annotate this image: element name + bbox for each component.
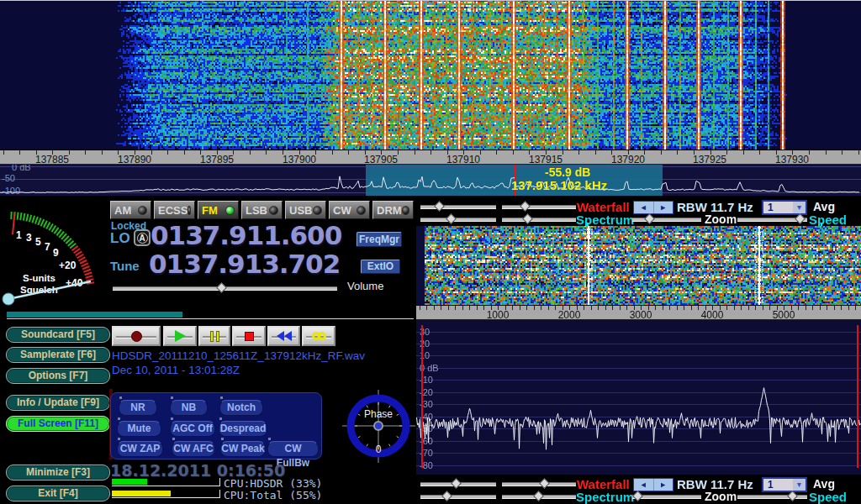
cw-peak-button[interactable]: CW Peak xyxy=(220,441,266,457)
spectrum-range-slider-top[interactable] xyxy=(420,214,496,225)
nr-button[interactable]: NR xyxy=(119,400,157,416)
scale-tick xyxy=(669,306,670,310)
smeter-tick: 1 xyxy=(16,229,22,241)
scale-tick xyxy=(332,150,333,155)
rf-spectrum-strip[interactable]: 0 dB -50 -100 -55.9 dB 137.915.102 kHz xyxy=(0,165,861,196)
mute-button[interactable]: Mute xyxy=(117,421,161,437)
loop-button[interactable] xyxy=(302,326,335,346)
scale-tick xyxy=(85,150,86,155)
spin-left-icon[interactable]: ◄ xyxy=(634,202,653,213)
waterfall-contrast-slider-bottom[interactable] xyxy=(502,479,576,490)
waterfall-brightness-slider-bottom[interactable] xyxy=(420,479,496,490)
chevron-down-icon[interactable]: ▾ xyxy=(793,202,806,213)
slider-thumb[interactable] xyxy=(434,201,445,212)
notch-button[interactable]: Notch xyxy=(219,400,263,416)
slider-thumb[interactable] xyxy=(446,213,457,224)
audio-frequency-scale[interactable]: 1000 2000 3000 4000 5000 xyxy=(416,305,861,320)
mode-fm[interactable]: FM xyxy=(198,201,239,219)
spectrum-offset-slider-bottom[interactable] xyxy=(502,491,576,502)
scale-tick xyxy=(135,150,135,155)
soundcard-button[interactable]: Soundcard [F5] xyxy=(6,327,110,343)
scale-tick xyxy=(648,306,649,310)
mode-drm[interactable]: DRM xyxy=(372,201,414,219)
agc-button[interactable]: AGC Off xyxy=(170,421,215,437)
record-button[interactable] xyxy=(112,326,161,346)
minimize-button[interactable]: Minimize [F3] xyxy=(6,465,110,480)
extio-button[interactable]: ExtIO xyxy=(361,260,400,274)
rbw-spinner-top[interactable]: ◄► xyxy=(633,201,673,214)
slider-thumb[interactable] xyxy=(520,201,531,212)
cw-zap-button[interactable]: CW ZAP xyxy=(117,441,163,457)
cw-fullbw-button[interactable]: CW FullBw xyxy=(267,441,319,457)
scale-tick xyxy=(348,150,349,155)
spin-right-icon[interactable]: ► xyxy=(653,479,673,491)
rf-frequency-scale[interactable]: 137885 137890 137895 137900 137905 13791… xyxy=(0,150,861,165)
slider-thumb[interactable] xyxy=(795,213,806,224)
cpu-total-bar xyxy=(112,490,220,498)
slider-thumb[interactable] xyxy=(787,491,798,501)
play-button[interactable] xyxy=(163,326,197,346)
scale-tick xyxy=(555,306,556,310)
scale-tick xyxy=(611,150,612,155)
slider-thumb[interactable] xyxy=(451,478,462,489)
rbw-spinner-bottom[interactable]: ◄► xyxy=(633,478,673,491)
slider-thumb[interactable] xyxy=(632,491,643,501)
lo-auto-button[interactable]: A xyxy=(134,229,151,246)
audio-waterfall[interactable] xyxy=(416,226,861,305)
avg-select-bottom[interactable]: 1▾ xyxy=(762,477,807,492)
slider-thumb[interactable] xyxy=(533,491,544,501)
avg-select-top[interactable]: 1▾ xyxy=(762,200,807,215)
mode-am[interactable]: AM xyxy=(110,201,151,219)
stop-icon xyxy=(245,332,254,341)
slider-thumb[interactable] xyxy=(539,478,550,489)
nb-button[interactable]: NB xyxy=(170,400,208,416)
volume-slider[interactable] xyxy=(113,283,337,294)
mode-cw[interactable]: CW xyxy=(329,201,370,219)
mode-lsb[interactable]: LSB xyxy=(241,201,283,219)
spectrum-range-slider-bottom[interactable] xyxy=(420,491,496,502)
freq-tick-label: 137915 xyxy=(529,154,563,165)
mode-ecss[interactable]: ECSS xyxy=(154,201,195,219)
scale-tick xyxy=(812,306,813,310)
scale-tick xyxy=(381,150,382,155)
scale-tick xyxy=(763,306,763,310)
options-button[interactable]: Options [F7] xyxy=(6,368,110,384)
despread-button[interactable]: Despread xyxy=(219,421,267,437)
stop-button[interactable] xyxy=(232,326,266,346)
full-screen-button[interactable]: Full Screen [F11] xyxy=(6,416,110,432)
scale-tick xyxy=(827,306,827,310)
freqmgr-button[interactable]: FreqMgr xyxy=(357,232,402,247)
slider-thumb[interactable] xyxy=(523,213,534,224)
freq-tick-label: 137885 xyxy=(35,154,69,165)
samplerate-button[interactable]: Samplerate [F6] xyxy=(6,347,110,363)
exit-button[interactable]: Exit [F4] xyxy=(6,486,110,501)
info-update-button[interactable]: Info / Update [F9] xyxy=(6,395,110,411)
spectrum-offset-slider-top[interactable] xyxy=(502,214,576,225)
zoom-slider-top[interactable] xyxy=(632,214,701,225)
scale-tick xyxy=(694,150,695,155)
pause-button[interactable] xyxy=(198,326,230,346)
smeter-knob[interactable] xyxy=(3,293,14,305)
squelch-level-bar[interactable] xyxy=(7,312,182,318)
mode-usb[interactable]: USB xyxy=(285,201,326,219)
chevron-down-icon[interactable]: ▾ xyxy=(793,479,806,491)
speed-slider-top[interactable] xyxy=(737,214,807,225)
slider-thumb[interactable] xyxy=(645,213,656,224)
scale-tick xyxy=(698,306,699,310)
rewind-button[interactable] xyxy=(267,326,300,346)
mode-label: ECSS xyxy=(158,204,188,217)
rf-waterfall[interactable] xyxy=(0,0,861,150)
speed-slider-bottom[interactable] xyxy=(737,491,807,502)
waterfall-brightness-slider-top[interactable] xyxy=(420,202,496,213)
spin-right-icon[interactable]: ► xyxy=(653,202,673,213)
rewind-icon xyxy=(277,331,292,341)
slider-thumb[interactable] xyxy=(441,491,452,501)
zoom-slider-bottom[interactable] xyxy=(632,491,701,502)
slider-thumb[interactable] xyxy=(217,282,228,293)
lo-frequency-display[interactable]: 0137.911.600 xyxy=(151,220,341,250)
scale-tick xyxy=(52,150,53,155)
cw-afc-button[interactable]: CW AFC xyxy=(172,441,215,457)
tune-frequency-display[interactable]: 0137.913.702 xyxy=(149,249,340,279)
waterfall-contrast-slider-top[interactable] xyxy=(502,202,576,213)
spin-left-icon[interactable]: ◄ xyxy=(634,479,653,491)
